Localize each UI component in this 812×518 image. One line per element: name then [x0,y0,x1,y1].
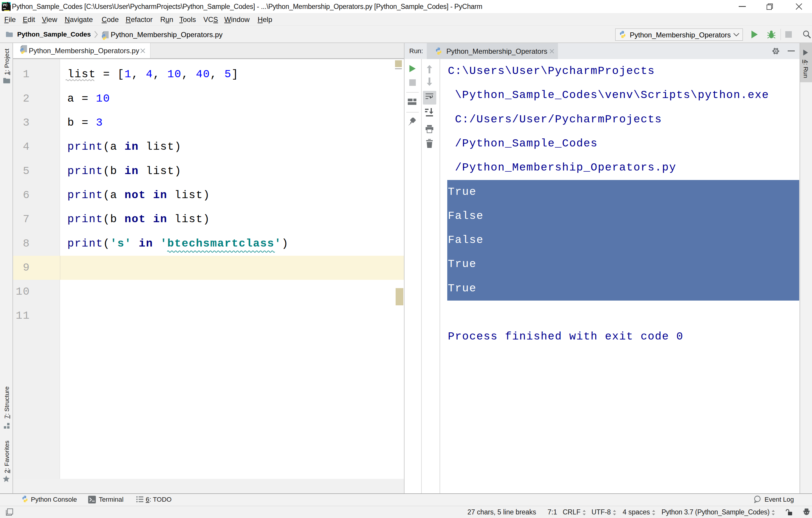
svg-text:PC: PC [3,3,7,7]
